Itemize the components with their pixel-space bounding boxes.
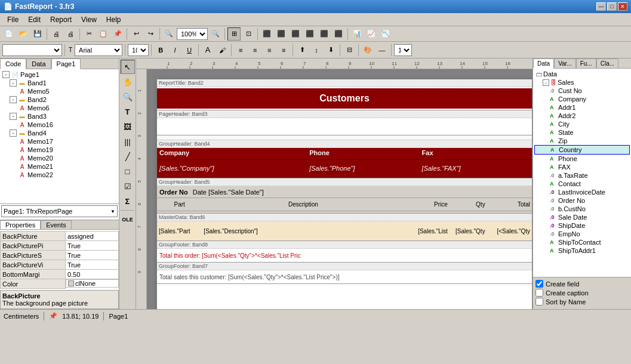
data-addr2[interactable]: A Addr2 xyxy=(534,112,630,120)
line-tool[interactable]: ╱ xyxy=(121,149,135,164)
data-orderno[interactable]: .0 Order No xyxy=(534,196,630,205)
vert-mid-button[interactable]: ↕ xyxy=(310,44,323,57)
tab-data[interactable]: Data xyxy=(26,58,51,69)
create-caption-checkbox[interactable] xyxy=(535,289,543,297)
preview-button[interactable]: 🖨 xyxy=(50,27,63,41)
right-tab-cla[interactable]: Cla... xyxy=(596,58,618,68)
prop-row-color[interactable]: Color clNone xyxy=(1,279,119,289)
tree-band2[interactable]: - ▬ Band2 xyxy=(1,95,118,104)
cut-button[interactable]: ✂ xyxy=(82,27,96,41)
snap-button[interactable]: ⊡ xyxy=(242,27,255,41)
right-tab-data[interactable]: Data xyxy=(533,58,554,69)
data-taxrate[interactable]: .0 a.TaxRate xyxy=(534,171,630,180)
align-text-justify[interactable]: ≡ xyxy=(277,44,290,57)
tree-memo19[interactable]: A Memo19 xyxy=(1,146,118,154)
border-button[interactable]: ⊟ xyxy=(343,44,356,57)
canvas-area[interactable]: // Draw ruler marks 1 2 3 4 5 6 7 8 9 xyxy=(136,58,532,309)
object-type-combo[interactable] xyxy=(2,44,62,56)
expand-sales[interactable]: - xyxy=(543,79,549,86)
select-tool[interactable]: ↖ xyxy=(121,60,135,74)
data-contact[interactable]: A Contact xyxy=(534,180,630,188)
vert-bot-button[interactable]: ⬇ xyxy=(324,44,337,57)
chart-button1[interactable]: 📊 xyxy=(350,27,364,41)
tree-memo21[interactable]: A Memo21 xyxy=(1,162,118,171)
align-bottom-button[interactable]: ⬛ xyxy=(332,27,345,41)
data-saledate[interactable]: .0 Sale Date xyxy=(534,213,630,221)
data-root[interactable]: 🗃 Data xyxy=(534,70,630,78)
text-tool[interactable]: T xyxy=(121,104,135,119)
grid-button[interactable]: ⊞ xyxy=(227,27,241,41)
tree-memo20[interactable]: A Memo20 xyxy=(1,154,118,162)
right-tab-fu[interactable]: Fu... xyxy=(576,58,596,68)
line-width-combo[interactable]: 1 xyxy=(394,44,412,56)
data-addr1[interactable]: A Addr1 xyxy=(534,103,630,112)
data-shiptoadd1[interactable]: A ShipToAddr1 xyxy=(534,246,630,255)
copy-button[interactable]: 📋 xyxy=(97,27,110,41)
hand-tool[interactable]: ✋ xyxy=(121,75,135,89)
align-text-right[interactable]: ≡ xyxy=(263,44,276,57)
tree-memo17[interactable]: A Memo17 xyxy=(1,137,118,146)
zoom-out-button[interactable]: 🔍 xyxy=(162,27,176,41)
italic-button[interactable]: I xyxy=(168,44,181,57)
sort-by-name-checkbox[interactable] xyxy=(535,298,543,306)
picture-tool[interactable]: 🖼 xyxy=(121,119,135,134)
font-size-combo[interactable]: 10 xyxy=(128,44,149,56)
undo-button[interactable]: ↩ xyxy=(130,27,143,41)
data-shipdate[interactable]: .0 ShipDate xyxy=(534,221,630,230)
ole-tool[interactable]: OLE xyxy=(121,212,135,227)
right-tab-var[interactable]: Var... xyxy=(554,58,576,68)
underline-button[interactable]: U xyxy=(183,44,196,57)
data-country[interactable]: A Country xyxy=(534,145,630,155)
page-combo[interactable]: Page1: TfrxReportPage ▼ xyxy=(1,205,118,217)
expand-band4[interactable]: - xyxy=(10,129,17,137)
redo-button[interactable]: ↪ xyxy=(144,27,157,41)
chart-button3[interactable]: 📉 xyxy=(379,27,392,41)
data-city[interactable]: A City xyxy=(534,120,630,128)
prop-row-backpictures[interactable]: BackPictureS True xyxy=(1,251,119,260)
data-lastinvoice[interactable]: .0 LastInvoiceDate xyxy=(534,188,630,196)
tab-properties[interactable]: Properties xyxy=(0,220,41,229)
maximize-button[interactable]: □ xyxy=(607,2,617,11)
menu-help[interactable]: Help xyxy=(101,14,126,25)
data-custno[interactable]: .0 Cust No xyxy=(534,87,630,95)
expand-band1[interactable]: - xyxy=(10,79,17,87)
new-button[interactable]: 📄 xyxy=(2,27,16,41)
vert-top-button[interactable]: ⬆ xyxy=(296,44,309,57)
data-fax[interactable]: A FAX xyxy=(534,163,630,171)
tree-memo16[interactable]: A Memo16 xyxy=(1,121,118,129)
data-shiptocontact[interactable]: A ShipToContact xyxy=(534,238,630,246)
zoom-tool[interactable]: 🔍 xyxy=(121,90,135,104)
align-text-left[interactable]: ≡ xyxy=(234,44,247,57)
data-state[interactable]: A State xyxy=(534,128,630,137)
menu-view[interactable]: View xyxy=(76,14,101,25)
prop-row-backpicture[interactable]: BackPicture assigned xyxy=(1,232,119,241)
zoom-combo[interactable]: 100% 75% 150% xyxy=(177,28,208,40)
data-sales[interactable]: - 🗄 Sales xyxy=(534,78,630,87)
menu-file[interactable]: File xyxy=(2,14,23,25)
data-phone[interactable]: A Phone xyxy=(534,155,630,163)
menu-report[interactable]: Report xyxy=(45,14,76,25)
minimize-button[interactable]: — xyxy=(596,2,606,11)
tree-page1[interactable]: - 📄 Page1 xyxy=(1,70,118,79)
chart-button2[interactable]: 📈 xyxy=(365,27,378,41)
data-company[interactable]: A Company xyxy=(534,95,630,103)
zoom-in-button[interactable]: 🔍 xyxy=(209,27,222,41)
tab-events[interactable]: Events xyxy=(41,220,72,229)
sum-tool[interactable]: Σ xyxy=(121,194,135,208)
menu-edit[interactable]: Edit xyxy=(23,14,45,25)
font-color-button[interactable]: A xyxy=(201,44,214,57)
tree-band1[interactable]: - ▬ Band1 xyxy=(1,79,118,87)
align-text-center[interactable]: ≡ xyxy=(248,44,261,57)
bold-button[interactable]: B xyxy=(154,44,167,57)
tree-band4[interactable]: - ▬ Band4 xyxy=(1,129,118,137)
open-button[interactable]: 📂 xyxy=(17,27,30,41)
create-field-checkbox[interactable] xyxy=(535,280,543,288)
tree-band3[interactable]: - ▬ Band3 xyxy=(1,112,118,121)
check-tool[interactable]: ☑ xyxy=(121,179,135,193)
data-empno[interactable]: .0 EmpNo xyxy=(534,230,630,238)
expand-page1[interactable]: - xyxy=(2,71,10,78)
print-button[interactable]: 🖨 xyxy=(64,27,77,41)
align-left-button[interactable]: ⬛ xyxy=(260,27,273,41)
tab-page1[interactable]: Page1 xyxy=(51,58,81,69)
tree-memo6[interactable]: A Memo6 xyxy=(1,104,118,112)
